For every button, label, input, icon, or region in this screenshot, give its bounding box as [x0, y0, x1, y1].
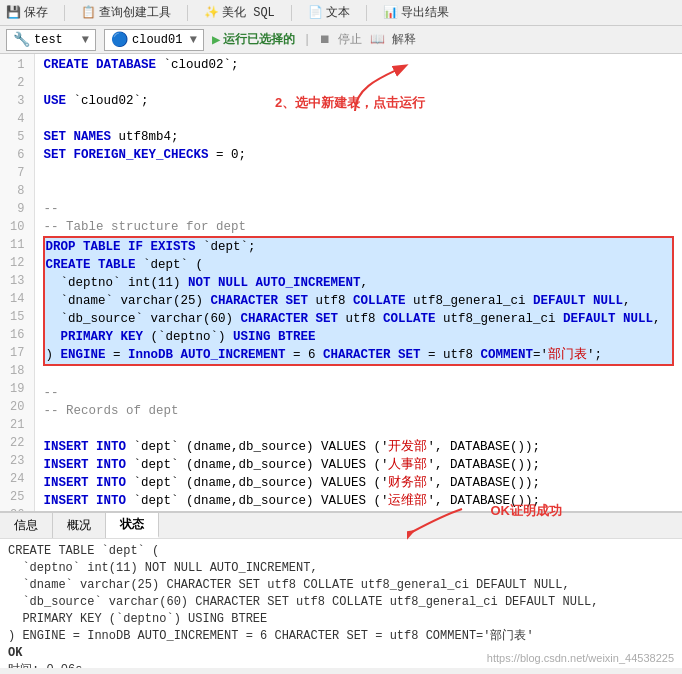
text-icon: 📄 [308, 5, 323, 20]
line-number: 3 [6, 92, 28, 110]
output-line: ) ENGINE = InnoDB AUTO_INCREMENT = 6 CHA… [8, 628, 674, 645]
selected-block-border: DROP TABLE IF EXISTS `dept`;CREATE TABLE… [43, 236, 674, 366]
secondary-toolbar: 🔧 test ▼ 🔵 cloud01 ▼ ▶ 运行已选择的 | ⏹ 停止 📖 解… [0, 26, 682, 54]
code-line[interactable]: ) ENGINE = InnoDB AUTO_INCREMENT = 6 CHA… [45, 346, 672, 364]
line-number: 9 [6, 200, 28, 218]
output-line: `db_source` varchar(60) CHARACTER SET ut… [8, 594, 674, 611]
main-toolbar: 💾 保存 📋 查询创建工具 ✨ 美化 SQL 📄 文本 📊 导出结果 [0, 0, 682, 26]
line-number: 1 [6, 56, 28, 74]
code-line[interactable]: INSERT INTO `dept` (dname,db_source) VAL… [43, 456, 674, 474]
line-number: 11 [6, 236, 28, 254]
explain-icon: 📖 [370, 33, 385, 47]
line-number: 6 [6, 146, 28, 164]
sep2 [187, 5, 188, 21]
text-button[interactable]: 📄 文本 [308, 4, 350, 21]
bottom-area: 信息 概况 状态 OK证明成功 CREATE TABLE `dept` ( `d… [0, 512, 682, 668]
line-number: 24 [6, 470, 28, 488]
app-container: 💾 保存 📋 查询创建工具 ✨ 美化 SQL 📄 文本 📊 导出结果 🔧 tes… [0, 0, 682, 674]
line-number: 13 [6, 272, 28, 290]
code-line[interactable] [43, 420, 674, 438]
dropdown-icon2: ▼ [190, 33, 197, 47]
line-number: 19 [6, 380, 28, 398]
line-number: 17 [6, 344, 28, 362]
local-db-selector[interactable]: 🔧 test ▼ [6, 29, 96, 51]
code-line[interactable]: DROP TABLE IF EXISTS `dept`; [45, 238, 672, 256]
line-number: 7 [6, 164, 28, 182]
beautify-icon: ✨ [204, 5, 219, 20]
cloud-db-icon: 🔵 [111, 31, 128, 48]
code-line[interactable] [43, 110, 674, 128]
code-line[interactable]: CREATE DATABASE `cloud02`; [43, 56, 674, 74]
code-line[interactable]: CREATE TABLE `dept` ( [45, 256, 672, 274]
line-number: 8 [6, 182, 28, 200]
line-number: 20 [6, 398, 28, 416]
line-number: 12 [6, 254, 28, 272]
save-icon: 💾 [6, 5, 21, 20]
remote-db-selector[interactable]: 🔵 cloud01 ▼ [104, 29, 204, 51]
output-line: `deptno` int(11) NOT NULL AUTO_INCREMENT… [8, 560, 674, 577]
line-numbers: 1234567891011121314151617181920212223242… [0, 54, 35, 511]
code-line[interactable]: INSERT INTO `dept` (dname,db_source) VAL… [43, 492, 674, 510]
explain-button[interactable]: 📖 解释 [370, 31, 416, 48]
save-button[interactable]: 💾 保存 [6, 4, 48, 21]
line-number: 5 [6, 128, 28, 146]
code-line[interactable] [43, 164, 674, 182]
query-icon: 📋 [81, 5, 96, 20]
dropdown-icon: ▼ [82, 33, 89, 47]
line-number: 10 [6, 218, 28, 236]
code-editor[interactable]: 1234567891011121314151617181920212223242… [0, 54, 682, 512]
tab-status[interactable]: 状态 [106, 513, 159, 538]
bottom-tabs: 信息 概况 状态 OK证明成功 [0, 512, 682, 538]
line-number: 23 [6, 452, 28, 470]
code-line[interactable]: -- Records of dept [43, 402, 674, 420]
line-number: 2 [6, 74, 28, 92]
code-line[interactable]: PRIMARY KEY (`deptno`) USING BTREE [45, 328, 672, 346]
code-line[interactable]: -- [43, 200, 674, 218]
output-panel: CREATE TABLE `dept` ( `deptno` int(11) N… [0, 538, 682, 668]
export-icon: 📊 [383, 5, 398, 20]
line-number: 14 [6, 290, 28, 308]
watermark: https://blog.csdn.net/weixin_44538225 [487, 652, 674, 664]
code-line[interactable]: USE `cloud02`; [43, 92, 674, 110]
stop-icon: ⏹ [319, 33, 331, 47]
stop-button[interactable]: ⏹ 停止 [319, 31, 362, 48]
line-number: 18 [6, 362, 28, 380]
beautify-button[interactable]: ✨ 美化 SQL [204, 4, 275, 21]
sep3 [291, 5, 292, 21]
code-line[interactable] [43, 182, 674, 200]
code-line[interactable]: INSERT INTO `dept` (dname,db_source) VAL… [43, 438, 674, 456]
sep1 [64, 5, 65, 21]
output-line: `dname` varchar(25) CHARACTER SET utf8 C… [8, 577, 674, 594]
output-line: CREATE TABLE `dept` ( [8, 543, 674, 560]
output-line: PRIMARY KEY (`deptno`) USING BTREE [8, 611, 674, 628]
code-line[interactable] [43, 74, 674, 92]
local-db-icon: 🔧 [13, 31, 30, 48]
run-sep: | [303, 33, 310, 47]
code-editor-wrapper: 1234567891011121314151617181920212223242… [0, 54, 682, 512]
code-line[interactable]: `db_source` varchar(60) CHARACTER SET ut… [45, 310, 672, 328]
line-number: 16 [6, 326, 28, 344]
code-line[interactable] [43, 366, 674, 384]
export-button[interactable]: 📊 导出结果 [383, 4, 449, 21]
line-number: 25 [6, 488, 28, 506]
query-tool-button[interactable]: 📋 查询创建工具 [81, 4, 171, 21]
code-line[interactable]: SET NAMES utf8mb4; [43, 128, 674, 146]
line-number: 4 [6, 110, 28, 128]
code-line[interactable]: SET FOREIGN_KEY_CHECKS = 0; [43, 146, 674, 164]
code-line[interactable]: -- [43, 384, 674, 402]
line-number: 15 [6, 308, 28, 326]
tab-overview[interactable]: 概况 [53, 513, 106, 538]
code-line[interactable]: INSERT INTO `dept` (dname,db_source) VAL… [43, 474, 674, 492]
code-line[interactable]: `deptno` int(11) NOT NULL AUTO_INCREMENT… [45, 274, 672, 292]
sep4 [366, 5, 367, 21]
line-number: 22 [6, 434, 28, 452]
tab-info[interactable]: 信息 [0, 513, 53, 538]
code-line[interactable]: -- Table structure for dept [43, 218, 674, 236]
code-line[interactable]: `dname` varchar(25) CHARACTER SET utf8 C… [45, 292, 672, 310]
line-number: 21 [6, 416, 28, 434]
run-button[interactable]: ▶ 运行已选择的 [212, 31, 295, 48]
play-icon: ▶ [212, 31, 220, 48]
code-content[interactable]: CREATE DATABASE `cloud02`; USE `cloud02`… [35, 54, 682, 511]
